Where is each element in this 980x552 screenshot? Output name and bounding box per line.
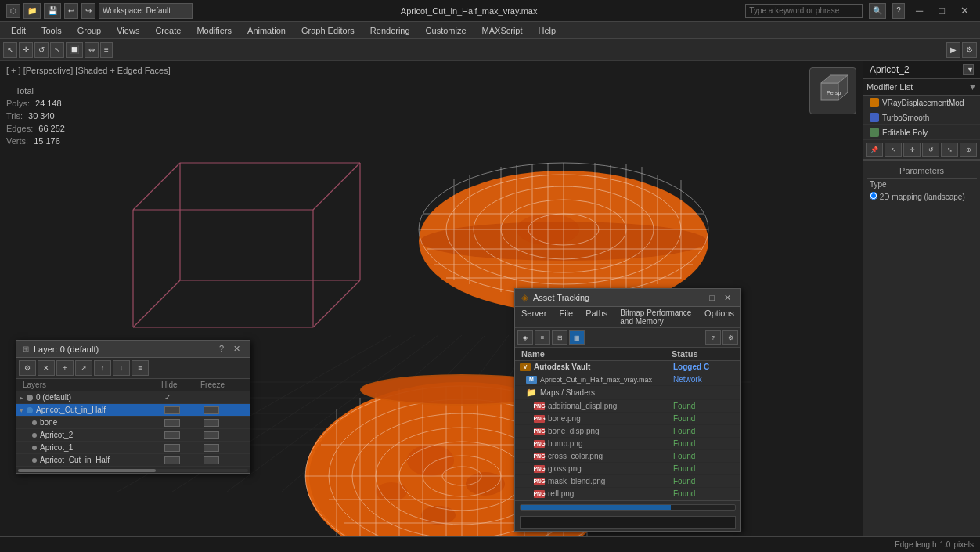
- asset-menu-paths[interactable]: Paths: [579, 307, 614, 327]
- undo-btn[interactable]: ↩: [64, 3, 78, 19]
- object-dropdown-btn[interactable]: ▼: [963, 64, 974, 75]
- app-icon[interactable]: ⬡: [6, 4, 20, 18]
- close-btn[interactable]: ✕: [956, 3, 974, 18]
- layer-panel-close-btn[interactable]: ✕: [230, 344, 243, 354]
- mod-move-btn[interactable]: ✛: [903, 143, 921, 157]
- search-input[interactable]: [745, 4, 863, 18]
- layer-delete-btn[interactable]: ✕: [38, 360, 55, 376]
- scale-btn[interactable]: ⤡: [50, 42, 64, 58]
- layer-hide-4[interactable]: [164, 444, 180, 452]
- scrollbar-thumb[interactable]: [18, 469, 156, 472]
- asset-tb-1[interactable]: ◈: [517, 330, 533, 345]
- redo-btn[interactable]: ↪: [81, 3, 95, 19]
- menu-customize[interactable]: Customize: [418, 24, 474, 37]
- layer-freeze-5[interactable]: [204, 456, 219, 464]
- layer-freeze-2[interactable]: [204, 419, 219, 427]
- asset-menu-file[interactable]: File: [553, 307, 579, 327]
- asset-menu-options[interactable]: Options: [698, 307, 740, 327]
- snap-btn[interactable]: 🔲: [66, 42, 83, 58]
- file-open-btn[interactable]: 📁: [23, 3, 41, 19]
- asset-tb-4[interactable]: ▦: [569, 330, 585, 345]
- layer-row-2[interactable]: bone: [16, 417, 250, 429]
- mirror-btn[interactable]: ⇔: [85, 42, 99, 58]
- layer-add-btn[interactable]: +: [56, 360, 74, 376]
- layer-move-up-btn[interactable]: ↑: [94, 360, 111, 376]
- menu-create[interactable]: Create: [147, 24, 189, 37]
- help-btn[interactable]: ?: [892, 3, 905, 19]
- mod-select-btn[interactable]: ↖: [885, 143, 902, 157]
- menu-animation[interactable]: Animation: [240, 24, 294, 37]
- mod-pin-btn[interactable]: 📌: [866, 143, 883, 157]
- mod-scale-btn[interactable]: ⤡: [941, 143, 958, 157]
- minimize-btn[interactable]: ─: [911, 3, 928, 18]
- menu-maxscript[interactable]: MAXScript: [474, 24, 531, 37]
- menu-tools[interactable]: Tools: [34, 24, 70, 37]
- layer-freeze-1[interactable]: [204, 406, 219, 414]
- menu-rendering[interactable]: Rendering: [362, 24, 418, 37]
- layer-freeze-4[interactable]: [204, 444, 219, 452]
- asset-menu-server[interactable]: Server: [515, 307, 553, 327]
- layer-freeze-3[interactable]: [204, 431, 219, 439]
- layer-row-0[interactable]: ▸ 0 (default) ✓: [16, 391, 250, 404]
- layer-scrollbar[interactable]: [16, 467, 250, 473]
- asset-row-3[interactable]: PNG additional_displ.png Found: [515, 400, 740, 413]
- render-btn[interactable]: ▶: [946, 42, 960, 58]
- move-btn[interactable]: ✛: [19, 42, 33, 58]
- asset-maximize-btn[interactable]: □: [706, 293, 718, 303]
- asset-row-7[interactable]: PNG cross_color.png Found: [515, 450, 740, 463]
- select-btn[interactable]: ↖: [3, 42, 17, 58]
- layer-panel-help-btn[interactable]: ?: [216, 344, 227, 354]
- asset-tb-settings[interactable]: ⚙: [722, 330, 738, 345]
- layer-row-5[interactable]: Apricot_Cut_in_Half: [16, 454, 250, 467]
- menu-modifiers[interactable]: Modifiers: [189, 24, 240, 37]
- menu-group[interactable]: Group: [70, 24, 110, 37]
- asset-row-5[interactable]: PNG bone_disp.png Found: [515, 425, 740, 438]
- asset-minimize-btn[interactable]: ─: [691, 293, 704, 303]
- menu-graph-editors[interactable]: Graph Editors: [294, 24, 362, 37]
- layer-hide-3[interactable]: [164, 431, 180, 439]
- asset-row-6[interactable]: PNG bump.png Found: [515, 438, 740, 450]
- layer-settings-btn[interactable]: ⚙: [19, 360, 36, 376]
- layer-select-btn[interactable]: ↗: [75, 360, 92, 376]
- rotate-btn[interactable]: ↺: [34, 42, 49, 58]
- layer-row-1[interactable]: ▾ Apricot_Cut_in_Half: [16, 404, 250, 417]
- type-radio[interactable]: [870, 192, 877, 200]
- maximize-btn[interactable]: □: [934, 3, 949, 18]
- viewport[interactable]: [ + ] [Perspective] [Shaded + Edged Face…: [0, 61, 863, 536]
- mod-extra-btn[interactable]: ⊕: [960, 143, 977, 157]
- asset-tb-2[interactable]: ≡: [535, 330, 550, 345]
- modifier-item-0[interactable]: VRayDisplacementMod: [863, 96, 980, 110]
- menu-help[interactable]: Help: [531, 24, 564, 37]
- asset-row-9[interactable]: PNG mask_blend.png Found: [515, 475, 740, 488]
- layer-hide-1[interactable]: [164, 406, 180, 414]
- menu-edit[interactable]: Edit: [3, 24, 34, 37]
- asset-row-1[interactable]: M Apricot_Cut_in_Half_max_vray.max Netwo…: [515, 373, 740, 386]
- asset-tb-help[interactable]: ?: [705, 330, 721, 345]
- layer-move-down-btn[interactable]: ↓: [113, 360, 130, 376]
- modifier-item-2[interactable]: Editable Poly: [863, 125, 980, 140]
- modifier-item-1[interactable]: TurboSmooth: [863, 110, 980, 125]
- asset-close-btn[interactable]: ✕: [721, 293, 734, 303]
- asset-row-2[interactable]: 📁 Maps / Shaders: [515, 386, 740, 400]
- layer-options-btn[interactable]: ≡: [132, 360, 149, 376]
- workspace-dropdown[interactable]: Workspace: Default: [99, 3, 193, 19]
- asset-row-8[interactable]: PNG gloss.png Found: [515, 463, 740, 475]
- menu-views[interactable]: Views: [109, 24, 147, 37]
- asset-row-4[interactable]: PNG bone.png Found: [515, 413, 740, 425]
- search-btn[interactable]: 🔍: [869, 3, 886, 19]
- asset-menu-bitmap[interactable]: Bitmap Performance and Memory: [614, 307, 698, 327]
- file-save-btn[interactable]: 💾: [44, 3, 61, 19]
- asset-row-10[interactable]: PNG refl.png Found: [515, 488, 740, 500]
- align-btn[interactable]: ≡: [100, 42, 113, 58]
- mod-rotate-btn[interactable]: ↺: [922, 143, 939, 157]
- asset-tb-3[interactable]: ⊞: [552, 330, 567, 345]
- layer-row-3[interactable]: Apricot_2: [16, 429, 250, 442]
- layer-hide-5[interactable]: [164, 456, 180, 464]
- asset-input-box[interactable]: [520, 516, 736, 529]
- nav-cube[interactable]: Persp: [809, 67, 856, 114]
- asset-row-0[interactable]: V Autodesk Vault Logged C: [515, 361, 740, 373]
- render-settings-btn[interactable]: ⚙: [962, 42, 977, 58]
- modifier-list-dropdown[interactable]: Modifier List ▼: [863, 79, 980, 96]
- layer-row-4[interactable]: Apricot_1: [16, 442, 250, 454]
- layer-hide-2[interactable]: [164, 419, 180, 427]
